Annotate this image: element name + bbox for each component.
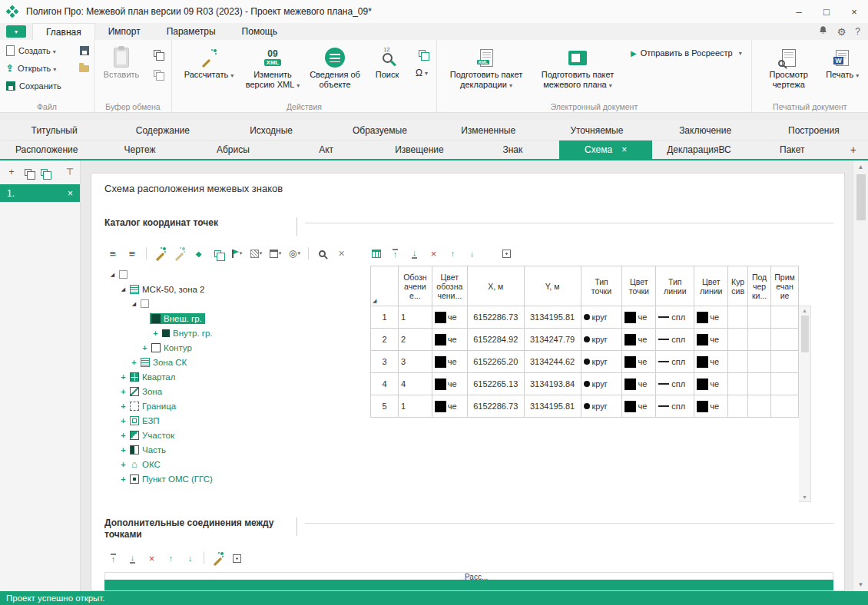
- add-row-below-icon[interactable]: [124, 550, 141, 566]
- menu-tab-parameters[interactable]: Параметры: [154, 23, 229, 40]
- tree-item[interactable]: +Пункт ОМС (ГГС): [104, 471, 364, 486]
- tree-expander-icon[interactable]: +: [118, 460, 128, 469]
- table-cell[interactable]: че: [694, 306, 728, 329]
- tree-item[interactable]: +Граница: [104, 398, 364, 413]
- table-cell[interactable]: 4: [371, 373, 399, 395]
- table-row[interactable]: 44че6152265.133134193.84кругчесплче: [371, 373, 799, 395]
- table-cell[interactable]: круг: [581, 306, 623, 329]
- table-scrollbar[interactable]: [799, 306, 811, 502]
- tree-item[interactable]: ◢: [104, 296, 364, 311]
- maximize-button[interactable]: □: [813, 0, 840, 23]
- panel-toggle-icon[interactable]: ⊤: [65, 167, 75, 177]
- connections-selected-row[interactable]: [104, 580, 833, 590]
- doc-tab[interactable]: Схема×: [559, 141, 652, 159]
- tree-item[interactable]: +ЕЗП: [104, 413, 364, 428]
- close-button[interactable]: ×: [840, 0, 868, 23]
- table-cell[interactable]: [771, 395, 799, 418]
- object-info-button[interactable]: Сведения об объекте: [304, 42, 366, 102]
- save-button[interactable]: Сохранить: [5, 78, 91, 94]
- delete-row-icon[interactable]: [143, 550, 161, 566]
- tree-expander-icon[interactable]: +: [151, 329, 161, 338]
- tree-expander-icon[interactable]: +: [118, 474, 128, 484]
- send-to-rosreestr-button[interactable]: ▶ Отправить в Росреестр: [624, 44, 748, 62]
- layers-button[interactable]: [412, 45, 432, 61]
- table-cell[interactable]: спл: [656, 395, 694, 418]
- table-cell[interactable]: 6152265.13: [468, 373, 525, 395]
- fill-style-icon[interactable]: [190, 246, 207, 261]
- move-row-up-icon[interactable]: [444, 246, 462, 261]
- create-button[interactable]: Создать: [5, 42, 91, 59]
- tree-expander-icon[interactable]: +: [118, 372, 128, 382]
- doc-tab[interactable]: Образуемые: [326, 121, 434, 140]
- tree-item[interactable]: +Участок: [104, 428, 364, 442]
- tree-expander-icon[interactable]: +: [118, 387, 128, 396]
- table-cell[interactable]: [771, 373, 799, 395]
- table-cell[interactable]: [748, 351, 771, 373]
- column-header[interactable]: Цвет точки: [622, 266, 656, 306]
- flag-style-menu-icon[interactable]: [228, 246, 246, 261]
- minimize-button[interactable]: –: [785, 0, 813, 23]
- doc-tab[interactable]: Пакет: [746, 141, 839, 159]
- help-icon[interactable]: ?: [855, 26, 860, 37]
- doc-tab[interactable]: Акт: [280, 141, 373, 159]
- table-cell[interactable]: че: [622, 306, 656, 329]
- scroll-thumb[interactable]: [856, 174, 866, 220]
- table-cell[interactable]: [728, 351, 748, 373]
- column-header[interactable]: X, м: [468, 266, 525, 306]
- column-header[interactable]: Тип линии: [656, 266, 694, 306]
- table-cell[interactable]: 1: [371, 306, 399, 329]
- tree-expander-icon[interactable]: ◢: [129, 301, 139, 307]
- table-row[interactable]: 22че6152284.923134247.79кругчесплче: [371, 329, 799, 351]
- table-cell[interactable]: спл: [656, 306, 694, 329]
- column-header[interactable]: Прим ечан ие: [771, 266, 799, 306]
- table-cell[interactable]: [728, 306, 748, 329]
- add-tab-button[interactable]: +: [839, 141, 868, 159]
- doc-tab[interactable]: Извещение: [373, 141, 465, 159]
- add-row-above-icon[interactable]: [386, 246, 404, 261]
- table-cell[interactable]: [771, 329, 799, 351]
- quick-menu-button[interactable]: ▾: [6, 25, 26, 38]
- table-cell[interactable]: 3134195.81: [525, 306, 581, 329]
- tree-item[interactable]: +Часть: [104, 442, 364, 457]
- doc-tab[interactable]: Исходные: [217, 121, 326, 140]
- column-header[interactable]: Тип точки: [581, 266, 623, 306]
- add-row-below-icon[interactable]: [406, 246, 423, 261]
- doc-tab[interactable]: Измененные: [434, 121, 542, 140]
- table-cell[interactable]: 4: [399, 373, 432, 395]
- table-cell[interactable]: че: [432, 395, 468, 418]
- open-button[interactable]: ⇪ Открыть: [5, 60, 91, 77]
- table-cell[interactable]: 2: [371, 329, 399, 351]
- move-row-up-icon[interactable]: [162, 550, 180, 566]
- table-cell[interactable]: 5: [371, 395, 399, 418]
- doc-tab[interactable]: ДекларацияВС: [652, 141, 745, 159]
- tree-item[interactable]: Внеш. гр.: [104, 311, 364, 326]
- table-cell[interactable]: круг: [581, 373, 623, 395]
- copy-points-icon[interactable]: [209, 246, 227, 261]
- column-header[interactable]: Цвет обозна чени...: [432, 266, 468, 306]
- table-cell[interactable]: че: [694, 329, 728, 351]
- table-cell[interactable]: 2: [399, 329, 432, 351]
- table-cell[interactable]: спл: [656, 329, 694, 351]
- menu-tab-main[interactable]: Главная: [32, 23, 95, 40]
- recalculate-icon[interactable]: [151, 246, 169, 261]
- scroll-down-icon[interactable]: [802, 494, 807, 500]
- table-cell[interactable]: спл: [656, 351, 694, 373]
- table-settings-icon[interactable]: [367, 246, 385, 261]
- table-cell[interactable]: [728, 395, 748, 418]
- prepare-declaration-package-button[interactable]: Подготовить пакет декларации: [442, 42, 531, 102]
- doc-tab[interactable]: Знак: [466, 141, 559, 159]
- table-cell[interactable]: спл: [656, 373, 694, 395]
- table-cell[interactable]: че: [622, 329, 656, 351]
- table-cell[interactable]: [748, 373, 771, 395]
- menu-tab-help[interactable]: Помощь: [229, 23, 290, 40]
- table-cell[interactable]: 6152284.92: [468, 329, 525, 351]
- column-header[interactable]: Y, м: [525, 266, 581, 306]
- table-cell[interactable]: 1: [399, 306, 432, 329]
- add-row-above-icon[interactable]: [104, 550, 122, 566]
- fit-table-icon[interactable]: [498, 246, 515, 261]
- move-row-down-icon[interactable]: [463, 246, 481, 261]
- duplicate-page-multi-icon[interactable]: [38, 169, 49, 176]
- tree-expander-icon[interactable]: ◢: [108, 272, 118, 278]
- tree-expander-icon[interactable]: +: [118, 402, 128, 411]
- delete-row-icon[interactable]: [425, 246, 442, 261]
